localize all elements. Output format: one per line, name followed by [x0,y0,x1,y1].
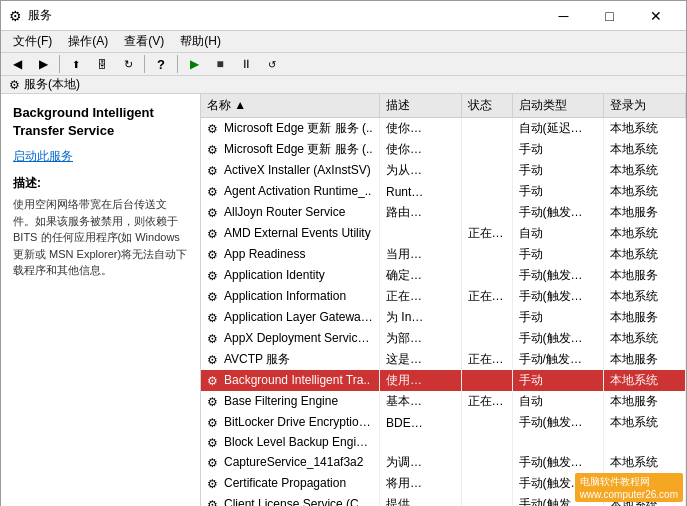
start-service-link[interactable]: 启动此服务 [13,148,73,165]
cell-service-status [461,473,512,494]
cell-service-login [604,433,686,452]
cell-service-login: 本地系统 [604,244,686,265]
toolbar-play[interactable]: ▶ [182,53,206,75]
col-header-status[interactable]: 状态 [461,94,512,118]
cell-service-desc: 为调… [380,452,462,473]
cell-service-name: ⚙Background Intelligent Tra.. [201,370,380,391]
service-name-text: Microsoft Edge 更新 服务 (.. [224,121,373,135]
service-icon: ⚙ [207,374,221,388]
toolbar-help[interactable]: ? [149,53,173,75]
col-header-name[interactable]: 名称 ▲ [201,94,380,118]
menu-view[interactable]: 查看(V) [116,31,172,52]
service-icon: ⚙ [207,143,221,157]
cell-service-login: 本地服务 [604,202,686,223]
service-name-text: CaptureService_141af3a2 [224,455,363,469]
service-table-scroll[interactable]: 名称 ▲ 描述 状态 启动类型 登录为 ⚙Microsoft Edge 更新 服… [201,94,686,506]
service-name-text: Application Information [224,289,346,303]
window-controls: ─ □ ✕ [541,1,678,31]
toolbar-forward[interactable]: ▶ [31,53,55,75]
watermark-line1: 电脑软件教程网 [580,475,678,489]
service-name-text: Base Filtering Engine [224,394,338,408]
service-icon: ⚙ [207,185,221,199]
table-row[interactable]: ⚙Agent Activation Runtime_..Runt…手动本地系统 [201,181,686,202]
toolbar-back[interactable]: ◀ [5,53,29,75]
breadcrumb-icon: ⚙ [9,78,20,92]
selected-service-name: Background Intelligent Transfer Service [13,104,188,140]
toolbar-sep3 [177,55,178,73]
menu-bar: 文件(F) 操作(A) 查看(V) 帮助(H) [1,31,686,53]
table-row[interactable]: ⚙AllJoyn Router Service路由…手动(触发…本地服务 [201,202,686,223]
toolbar-sep1 [59,55,60,73]
table-row[interactable]: ⚙BitLocker Drive Encryption ..BDE…手动(触发…… [201,412,686,433]
menu-action[interactable]: 操作(A) [60,31,116,52]
toolbar-pause[interactable]: ⏸ [234,53,258,75]
cell-service-login: 本地系统 [604,328,686,349]
cell-service-startup: 手动(触发… [512,202,604,223]
cell-service-startup [512,433,604,452]
cell-service-name: ⚙Client License Service (Clip.. [201,494,380,506]
cell-service-login: 本地系统 [604,286,686,307]
table-row[interactable]: ⚙Microsoft Edge 更新 服务 (..使你…自动(延迟…本地系统 [201,118,686,140]
cell-service-desc: 为从… [380,160,462,181]
service-icon: ⚙ [207,122,221,136]
table-row[interactable]: ⚙Application Information正在…正在…手动(触发…本地系统 [201,286,686,307]
toolbar-refresh[interactable]: ↻ [116,53,140,75]
left-panel: Background Intelligent Transfer Service … [1,94,201,506]
cell-service-status: 正在… [461,391,512,412]
table-row[interactable]: ⚙Application Layer Gateway ..为 In…手动本地服务 [201,307,686,328]
table-row[interactable]: ⚙ActiveX Installer (AxInstSV)为从…手动本地系统 [201,160,686,181]
cell-service-desc: 使你… [380,118,462,140]
table-row[interactable]: ⚙AppX Deployment Service ..为部…手动(触发…本地系统 [201,328,686,349]
cell-service-desc: Runt… [380,181,462,202]
table-row[interactable]: ⚙App Readiness当用…手动本地系统 [201,244,686,265]
breadcrumb-bar: ⚙ 服务(本地) [1,76,686,94]
toolbar-restart[interactable]: ↺ [260,53,284,75]
table-row[interactable]: ⚙Block Level Backup Engine Service [201,433,686,452]
cell-service-name: ⚙Application Layer Gateway .. [201,307,380,328]
table-row[interactable]: ⚙Application Identity确定…手动(触发…本地服务 [201,265,686,286]
cell-service-login: 本地系统 [604,452,686,473]
toolbar-show-hide[interactable]: 🗄 [90,53,114,75]
cell-service-name: ⚙Certificate Propagation [201,473,380,494]
cell-service-name: ⚙Base Filtering Engine [201,391,380,412]
table-row[interactable]: ⚙Background Intelligent Tra..使用…手动本地系统 [201,370,686,391]
col-header-login[interactable]: 登录为 [604,94,686,118]
cell-service-name: ⚙CaptureService_141af3a2 [201,452,380,473]
minimize-button[interactable]: ─ [541,1,586,31]
cell-service-status [461,307,512,328]
service-icon: ⚙ [207,353,221,367]
cell-service-startup: 手动(触发… [512,265,604,286]
toolbar-stop[interactable]: ■ [208,53,232,75]
cell-service-login: 本地系统 [604,139,686,160]
cell-service-startup: 手动 [512,139,604,160]
table-row[interactable]: ⚙Microsoft Edge 更新 服务 (..使你…手动本地系统 [201,139,686,160]
cell-service-name: ⚙AllJoyn Router Service [201,202,380,223]
col-header-desc[interactable]: 描述 [380,94,462,118]
cell-service-status [461,118,512,140]
table-row[interactable]: ⚙AMD External Events Utility正在…自动本地系统 [201,223,686,244]
cell-service-name: ⚙BitLocker Drive Encryption .. [201,412,380,433]
menu-file[interactable]: 文件(F) [5,31,60,52]
col-header-startup[interactable]: 启动类型 [512,94,604,118]
cell-service-desc: 提供… [380,494,462,506]
table-row[interactable]: ⚙CaptureService_141af3a2为调…手动(触发…本地系统 [201,452,686,473]
cell-service-login: 本地系统 [604,223,686,244]
cell-service-desc: 使你… [380,139,462,160]
cell-service-name: ⚙App Readiness [201,244,380,265]
cell-service-startup: 手动 [512,307,604,328]
cell-service-desc: 路由… [380,202,462,223]
cell-service-login: 本地服务 [604,265,686,286]
close-button[interactable]: ✕ [633,1,678,31]
cell-service-startup: 手动(触发… [512,452,604,473]
maximize-button[interactable]: □ [587,1,632,31]
table-row[interactable]: ⚙Base Filtering Engine基本…正在…自动本地服务 [201,391,686,412]
cell-service-startup: 手动 [512,370,604,391]
cell-service-desc: 正在… [380,286,462,307]
cell-service-startup: 手动 [512,244,604,265]
service-icon: ⚙ [207,290,221,304]
menu-help[interactable]: 帮助(H) [172,31,229,52]
service-name-text: BitLocker Drive Encryption .. [224,415,375,429]
cell-service-status [461,412,512,433]
table-row[interactable]: ⚙AVCTP 服务这是…正在…手动/触发…本地服务 [201,349,686,370]
toolbar-up[interactable]: ⬆ [64,53,88,75]
